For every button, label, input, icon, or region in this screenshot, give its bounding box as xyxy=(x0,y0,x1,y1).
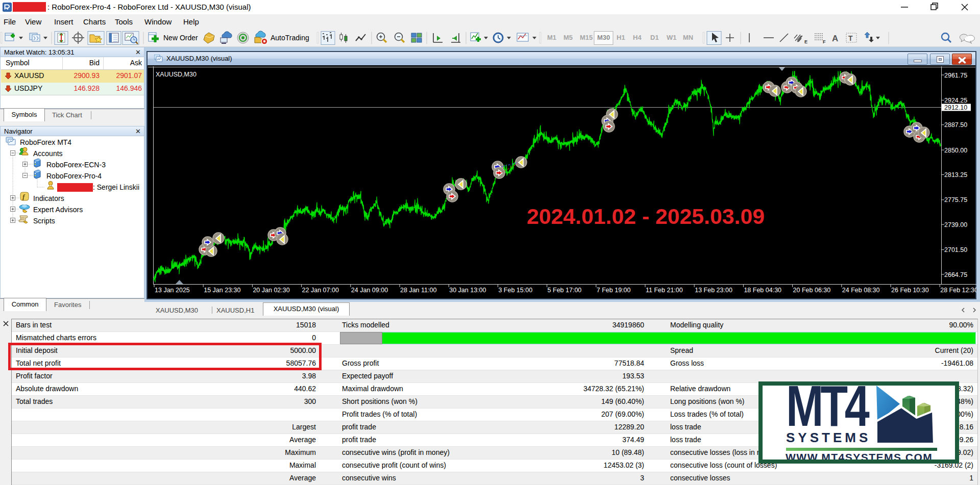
svg-text:20 Feb 06:30: 20 Feb 06:30 xyxy=(793,287,831,294)
svg-text:M5: M5 xyxy=(564,34,573,41)
svg-text:26 Feb 10:30: 26 Feb 10:30 xyxy=(891,287,929,294)
svg-text:3 Feb 15:00: 3 Feb 15:00 xyxy=(498,287,532,294)
svg-text:MN: MN xyxy=(683,34,693,41)
svg-text:30 Jan 13:00: 30 Jan 13:00 xyxy=(449,287,486,294)
svg-text:2912.10: 2912.10 xyxy=(944,104,967,111)
svg-text:A: A xyxy=(832,34,838,43)
svg-text:13 Feb 23:00: 13 Feb 23:00 xyxy=(695,287,732,294)
svg-text:28 Feb 12:30: 28 Feb 12:30 xyxy=(940,287,976,294)
svg-text:2664.75: 2664.75 xyxy=(944,271,967,278)
svg-text:M30: M30 xyxy=(597,34,610,41)
svg-text:2701.50: 2701.50 xyxy=(944,246,967,253)
svg-text:T: T xyxy=(848,34,853,42)
svg-text:H4: H4 xyxy=(633,34,642,41)
svg-text:W1: W1 xyxy=(667,34,677,41)
svg-text:2024.01.02 - 2025.03.09: 2024.01.02 - 2025.03.09 xyxy=(527,204,765,228)
svg-text:18 Feb 04:30: 18 Feb 04:30 xyxy=(744,287,781,294)
svg-text:28 Jan 11:00: 28 Jan 11:00 xyxy=(400,287,436,294)
svg-text:2924.25: 2924.25 xyxy=(944,97,967,104)
svg-text:2775.75: 2775.75 xyxy=(944,196,967,203)
svg-text:XAUUSD,M30: XAUUSD,M30 xyxy=(156,71,197,78)
svg-text:M15: M15 xyxy=(580,34,593,41)
svg-text:2739.00: 2739.00 xyxy=(944,221,967,228)
svg-text:7 Feb 19:00: 7 Feb 19:00 xyxy=(597,287,631,294)
svg-text:D1: D1 xyxy=(650,34,659,41)
svg-text:New Order: New Order xyxy=(163,34,198,42)
svg-text:20 Jan 02:30: 20 Jan 02:30 xyxy=(253,287,289,294)
svg-text:15 Jan 23:30: 15 Jan 23:30 xyxy=(204,287,240,294)
svg-text:H1: H1 xyxy=(617,34,625,41)
svg-text:13 Jan 2025: 13 Jan 2025 xyxy=(155,287,190,294)
svg-text:24 Jan 09:00: 24 Jan 09:00 xyxy=(351,287,388,294)
svg-text:M1: M1 xyxy=(547,34,556,41)
svg-text:AutoTrading: AutoTrading xyxy=(271,34,309,42)
svg-text:F: F xyxy=(823,39,826,44)
svg-text:24 Feb 08:30: 24 Feb 08:30 xyxy=(842,287,880,294)
svg-text:2850.00: 2850.00 xyxy=(944,147,967,154)
svg-text:11 Feb 21:00: 11 Feb 21:00 xyxy=(646,287,683,294)
svg-text:22 Jan 07:00: 22 Jan 07:00 xyxy=(302,287,339,294)
svg-text:2813.25: 2813.25 xyxy=(944,171,967,178)
svg-text:E: E xyxy=(804,39,807,44)
svg-text:2961.75: 2961.75 xyxy=(944,72,967,79)
svg-text:5 Feb 17:00: 5 Feb 17:00 xyxy=(548,287,582,294)
svg-text:2887.50: 2887.50 xyxy=(944,121,967,129)
